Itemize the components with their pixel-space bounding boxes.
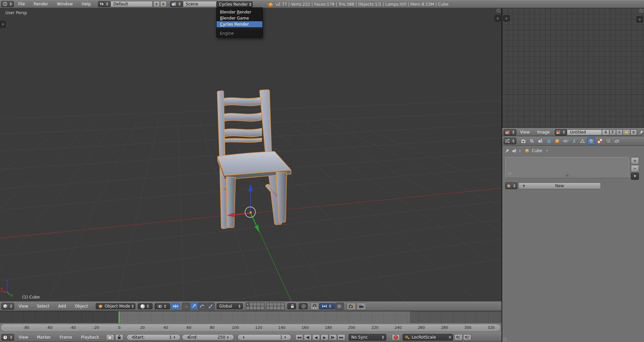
stepper-arrows[interactable] xyxy=(511,138,515,144)
frame-start-field[interactable]: Start:1 xyxy=(127,334,181,340)
stepper-arrows[interactable] xyxy=(512,183,516,189)
menu-view[interactable]: View xyxy=(516,130,533,135)
editor-type-selector-info[interactable] xyxy=(1,1,14,7)
lock-to-scene-button[interactable] xyxy=(287,303,296,309)
viewport-shading-selector[interactable] xyxy=(138,303,153,309)
scene-name[interactable]: Scene xyxy=(183,1,219,7)
add-material-slot-button[interactable]: + xyxy=(631,157,639,164)
stepper-arrows[interactable] xyxy=(105,1,109,7)
scale-manipulator-button[interactable] xyxy=(206,303,215,310)
tab-material[interactable] xyxy=(587,137,595,145)
layer-cell[interactable] xyxy=(246,306,250,310)
material-specials-menu[interactable]: ▼ xyxy=(631,173,639,180)
snap-target-button[interactable] xyxy=(335,303,344,310)
jump-to-start-button[interactable]: ◀◀ xyxy=(295,334,303,340)
pin-icon[interactable] xyxy=(639,130,644,135)
transform-orientation-selector[interactable]: Global xyxy=(217,303,243,309)
editor-type-selector-properties[interactable] xyxy=(504,138,516,144)
editor-type-selector-image[interactable] xyxy=(504,129,516,136)
stepper-arrows[interactable] xyxy=(511,130,515,135)
screen-layout-icon[interactable] xyxy=(98,1,110,7)
open-image-button[interactable] xyxy=(623,130,630,135)
keying-set-selector[interactable]: LocRotScale × xyxy=(402,334,453,341)
snap-element-selector[interactable] xyxy=(319,303,335,309)
layers-widget[interactable] xyxy=(246,303,285,310)
menu-object[interactable]: Object xyxy=(70,304,92,309)
stepper-arrows[interactable] xyxy=(9,1,12,7)
layer-cell[interactable] xyxy=(266,303,270,306)
current-frame-field[interactable]: 1 xyxy=(237,334,291,340)
manipulator-toggle-button[interactable] xyxy=(171,303,180,310)
tab-texture[interactable] xyxy=(596,137,604,145)
pin-icon[interactable] xyxy=(505,148,510,153)
menu-render[interactable]: Render xyxy=(29,2,53,6)
properties-region-expand-tab[interactable]: + xyxy=(494,15,501,22)
clear-keyingset-icon[interactable]: × xyxy=(448,335,452,340)
manipulator-axes-button[interactable] xyxy=(182,303,190,310)
rotate-manipulator-button[interactable] xyxy=(198,303,206,310)
tab-object-data[interactable] xyxy=(579,137,586,145)
remove-material-slot-button[interactable]: − xyxy=(631,165,639,172)
new-material-button[interactable]: + New xyxy=(518,182,601,189)
menu-add[interactable]: Add xyxy=(54,304,70,309)
editor-type-selector-timeline[interactable] xyxy=(1,334,14,341)
layer-cell[interactable] xyxy=(257,306,261,310)
menu-playback[interactable]: Playback xyxy=(76,335,103,340)
screen-layout-name[interactable]: Default xyxy=(110,1,153,7)
image-datablock-icon[interactable] xyxy=(555,129,567,136)
menu-frame[interactable]: Frame xyxy=(55,335,76,340)
menu-marker[interactable]: Marker xyxy=(32,335,55,340)
image-users-count[interactable]: 4 xyxy=(602,130,609,135)
new-image-button[interactable]: + xyxy=(616,130,623,135)
list-resize-grip[interactable]: = xyxy=(566,173,569,178)
breadcrumb-object-name[interactable]: Cube xyxy=(532,148,542,153)
add-layout-button[interactable]: + xyxy=(153,1,160,7)
menu-file[interactable]: File xyxy=(14,2,29,6)
area-border-horizontal[interactable] xyxy=(502,136,644,136)
stepper-arrows[interactable] xyxy=(9,335,13,340)
layer-cell[interactable] xyxy=(250,303,253,306)
play-reverse-button[interactable]: ◀ xyxy=(312,334,320,340)
scene-icon[interactable] xyxy=(170,1,183,7)
layer-cell[interactable] xyxy=(281,306,285,310)
timeline-tracks-area[interactable] xyxy=(0,311,502,323)
translate-manipulator-button[interactable] xyxy=(190,303,198,309)
layer-cell[interactable] xyxy=(261,303,264,306)
opengl-render-anim-button[interactable] xyxy=(357,303,366,310)
tab-particles[interactable] xyxy=(604,137,612,145)
layer-cell[interactable] xyxy=(266,306,270,310)
delete-layout-button[interactable]: × xyxy=(160,1,167,7)
material-slot-list[interactable]: = xyxy=(505,157,629,178)
image-name-field[interactable]: Untitled xyxy=(567,130,602,135)
area-border-vertical[interactable] xyxy=(502,8,502,342)
menu-view[interactable]: View xyxy=(14,335,32,340)
delete-keyframe-button[interactable] xyxy=(463,334,471,340)
scene-context-icon[interactable] xyxy=(512,149,517,153)
auto-keyframe-button[interactable] xyxy=(392,334,400,340)
layer-cell[interactable] xyxy=(257,303,261,306)
prev-keyframe-button[interactable]: ◀ xyxy=(304,334,312,340)
tab-modifiers[interactable] xyxy=(570,137,578,145)
layer-cell[interactable] xyxy=(253,306,257,310)
lock-time-cursor-button[interactable] xyxy=(115,334,123,340)
pivot-point-selector[interactable] xyxy=(155,303,170,309)
render-engine-selector[interactable]: Cycles Render xyxy=(216,1,253,7)
object-context-icon[interactable] xyxy=(525,148,529,153)
tab-world[interactable] xyxy=(545,137,553,145)
layer-cell[interactable] xyxy=(273,303,277,306)
stepper-arrows[interactable] xyxy=(562,130,566,135)
stepper-arrows[interactable] xyxy=(178,1,182,7)
viewport-3d[interactable]: z x y User Persp (1) Cube + + xyxy=(0,8,502,302)
proportional-edit-selector[interactable] xyxy=(299,303,308,309)
material-datablock-icon[interactable] xyxy=(505,182,517,189)
area-resize-corner[interactable] xyxy=(639,9,643,13)
layer-cell[interactable] xyxy=(270,303,273,306)
area-resize-corner[interactable] xyxy=(496,9,501,13)
tab-object[interactable] xyxy=(553,137,561,145)
insert-keyframe-button[interactable] xyxy=(454,334,462,340)
menu-help[interactable]: Help xyxy=(77,2,95,6)
editor-type-selector-3dview[interactable] xyxy=(1,303,14,310)
layer-cell[interactable] xyxy=(277,306,281,310)
layer-cell[interactable] xyxy=(250,306,253,310)
menu-select[interactable]: Select xyxy=(32,304,54,309)
